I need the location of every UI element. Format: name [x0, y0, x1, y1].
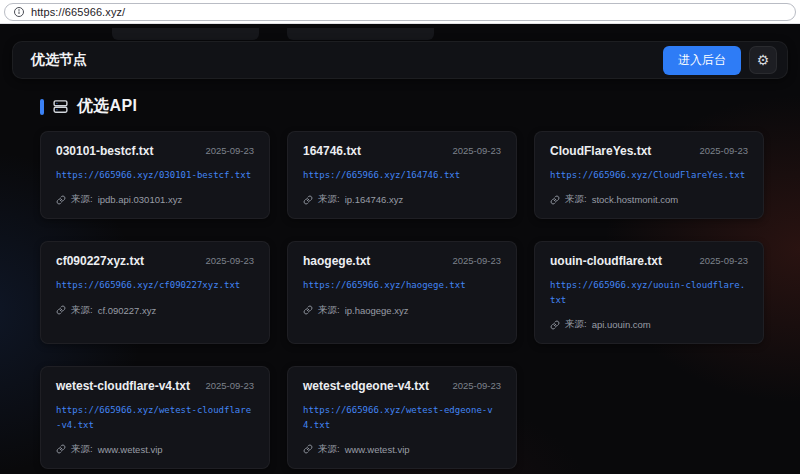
url-text: https://665966.xyz/	[31, 6, 125, 18]
source-value: ip.haogege.xyz	[345, 305, 409, 316]
site-title: 优选节点	[31, 51, 87, 69]
file-url-link[interactable]: https://665966.xyz/164746.txt	[303, 168, 501, 182]
source-label: 来源:	[565, 318, 587, 331]
api-card-grid: 030101-bestcf.txt 2025-09-23 https://665…	[0, 131, 800, 469]
scrolled-card-fragment	[112, 28, 259, 40]
file-date: 2025-09-23	[205, 379, 254, 391]
source-value: www.wetest.vip	[98, 444, 163, 455]
page-body: 优选节点 进入后台 ⚙ 优选API 030101-bestcf.txt 2025…	[0, 24, 800, 474]
file-url-link[interactable]: https://665966.xyz/CloudFlareYes.txt	[550, 168, 748, 182]
source-label: 来源:	[71, 443, 93, 456]
file-date: 2025-09-23	[699, 144, 748, 156]
file-source: 来源: www.wetest.vip	[303, 443, 501, 456]
api-file-card: haogege.txt 2025-09-23 https://665966.xy…	[287, 241, 517, 344]
file-url-link[interactable]: https://665966.xyz/wetest-cloudflare-v4.…	[56, 403, 254, 432]
link-icon	[303, 444, 313, 454]
source-label: 来源:	[318, 304, 340, 317]
source-label: 来源:	[71, 193, 93, 206]
source-value: stock.hostmonit.com	[592, 194, 679, 205]
file-source: 来源: www.wetest.vip	[56, 443, 254, 456]
url-input[interactable]: https://665966.xyz/	[4, 3, 796, 21]
source-label: 来源:	[71, 304, 93, 317]
api-file-card: CloudFlareYes.txt 2025-09-23 https://665…	[534, 131, 764, 219]
file-title: 164746.txt	[303, 144, 361, 158]
file-source: 来源: ip.haogege.xyz	[303, 304, 501, 317]
link-icon	[56, 305, 66, 315]
file-date: 2025-09-23	[205, 254, 254, 266]
file-source: 来源: stock.hostmonit.com	[550, 193, 748, 206]
scrolled-card-fragment	[287, 28, 434, 40]
source-label: 来源:	[318, 193, 340, 206]
link-icon	[56, 444, 66, 454]
api-file-card: 164746.txt 2025-09-23 https://665966.xyz…	[287, 131, 517, 219]
gear-icon: ⚙	[757, 53, 770, 67]
api-file-card: cf090227xyz.txt 2025-09-23 https://66596…	[40, 241, 270, 344]
file-source: 来源: api.uouin.com	[550, 318, 748, 331]
file-date: 2025-09-23	[699, 254, 748, 266]
api-file-card: wetest-cloudflare-v4.txt 2025-09-23 http…	[40, 366, 270, 469]
section-title: 优选API	[77, 96, 137, 117]
file-url-link[interactable]: https://665966.xyz/haogege.txt	[303, 278, 501, 292]
link-icon	[303, 195, 313, 205]
section-heading: 优选API	[40, 96, 800, 117]
enter-admin-button[interactable]: 进入后台	[663, 46, 741, 75]
file-source: 来源: ipdb.api.030101.xyz	[56, 193, 254, 206]
source-value: www.wetest.vip	[345, 444, 410, 455]
source-value: cf.090227.xyz	[98, 305, 157, 316]
file-title: wetest-edgeone-v4.txt	[303, 379, 429, 393]
source-value: ipdb.api.030101.xyz	[98, 194, 183, 205]
file-date: 2025-09-23	[452, 254, 501, 266]
file-date: 2025-09-23	[205, 144, 254, 156]
file-title: cf090227xyz.txt	[56, 254, 144, 268]
browser-address-bar: https://665966.xyz/	[0, 0, 800, 24]
file-title: CloudFlareYes.txt	[550, 144, 651, 158]
file-title: wetest-cloudflare-v4.txt	[56, 379, 190, 393]
source-label: 来源:	[565, 193, 587, 206]
api-file-card: wetest-edgeone-v4.txt 2025-09-23 https:/…	[287, 366, 517, 469]
settings-button[interactable]: ⚙	[749, 46, 777, 74]
file-url-link[interactable]: https://665966.xyz/cf090227xyz.txt	[56, 278, 254, 292]
link-icon	[550, 195, 560, 205]
file-url-link[interactable]: https://665966.xyz/uouin-cloudflare.txt	[550, 278, 748, 307]
link-icon	[56, 195, 66, 205]
file-title: uouin-cloudflare.txt	[550, 254, 662, 268]
file-date: 2025-09-23	[452, 144, 501, 156]
accent-bar	[40, 99, 44, 115]
file-title: haogege.txt	[303, 254, 370, 268]
source-label: 来源:	[318, 443, 340, 456]
link-icon	[550, 320, 560, 330]
file-source: 来源: cf.090227.xyz	[56, 304, 254, 317]
api-file-card: uouin-cloudflare.txt 2025-09-23 https://…	[534, 241, 764, 344]
file-title: 030101-bestcf.txt	[56, 144, 153, 158]
file-url-link[interactable]: https://665966.xyz/030101-bestcf.txt	[56, 168, 254, 182]
source-value: api.uouin.com	[592, 319, 651, 330]
file-date: 2025-09-23	[452, 379, 501, 391]
link-icon	[303, 305, 313, 315]
site-header: 优选节点 进入后台 ⚙	[12, 41, 788, 79]
header-actions: 进入后台 ⚙	[663, 46, 777, 75]
site-info-icon	[13, 6, 25, 18]
api-collection-icon	[52, 98, 69, 115]
file-source: 来源: ip.164746.xyz	[303, 193, 501, 206]
source-value: ip.164746.xyz	[345, 194, 404, 205]
file-url-link[interactable]: https://665966.xyz/wetest-edgeone-v4.txt	[303, 403, 501, 432]
api-file-card: 030101-bestcf.txt 2025-09-23 https://665…	[40, 131, 270, 219]
